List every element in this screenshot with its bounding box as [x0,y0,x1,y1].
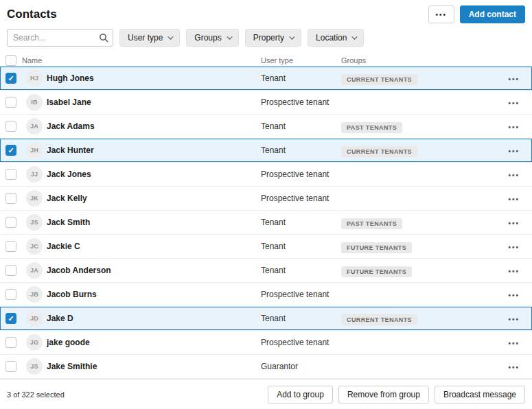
table-header: Name User type Groups [0,55,532,67]
row-checkbox[interactable] [5,337,16,348]
filter-property[interactable]: Property [245,29,301,47]
avatar: JH [26,142,43,159]
chevron-down-icon [227,34,232,39]
row-menu-button[interactable]: ••• [507,216,521,229]
row-menu-button[interactable]: ••• [507,144,521,157]
column-header-user-type: User type [261,56,341,65]
ellipsis-icon: ••• [508,124,520,131]
row-checkbox[interactable] [5,361,16,372]
avatar: JB [26,286,43,303]
table-row[interactable]: JH Jack Hunter Tenant CURRENT TENANTS ••… [0,139,532,163]
row-menu-button[interactable]: ••• [507,96,521,109]
contact-name: Jack Hunter [47,145,261,155]
page-title: Contacts [7,8,57,21]
row-checkbox[interactable] [5,265,16,276]
row-checkbox[interactable] [5,121,16,132]
contact-user-type: Prospective tenant [261,194,341,203]
row-menu-button[interactable]: ••• [507,312,521,325]
row-menu-button[interactable]: ••• [507,288,521,301]
ellipsis-icon: ••• [508,148,520,155]
avatar: JK [26,190,43,207]
contacts-table-body: HJ Hugh Jones Tenant CURRENT TENANTS •••… [0,67,532,379]
row-menu-button[interactable]: ••• [507,168,521,181]
ellipsis-icon: ••• [508,75,520,83]
footer-bar: 3 of 322 selected Add to groupRemove fro… [0,379,532,409]
row-menu-button[interactable]: ••• [507,240,521,253]
table-row[interactable]: JA Jacob Anderson Tenant FUTURE TENANTS … [0,259,532,283]
avatar: JA [26,118,43,135]
filter-buttons: User typeGroupsPropertyLocation [119,29,364,47]
table-row[interactable]: JB Jacob Burns Prospective tenant ••• [0,283,532,307]
avatar: JS [26,214,43,231]
table-row[interactable]: JA Jack Adams Tenant PAST TENANTS ••• [0,115,532,139]
contact-name: Jack Jones [47,170,261,179]
search-icon[interactable] [99,33,108,43]
row-checkbox[interactable] [5,97,16,108]
contact-user-type: Tenant [261,121,341,131]
ellipsis-icon: ••• [508,244,520,251]
contact-user-type: Guarantor [261,362,341,371]
group-badge: PAST TENANTS [341,218,402,229]
filter-location[interactable]: Location [308,29,364,47]
row-checkbox[interactable] [5,313,16,324]
filter-user-type[interactable]: User type [119,29,180,47]
table-row[interactable]: JC Jackie C Tenant FUTURE TENANTS ••• [0,235,532,259]
broadcast-message-button[interactable]: Broadcast message [435,386,525,404]
topbar-actions: ••• Add contact [428,5,525,23]
row-menu-button[interactable]: ••• [507,336,521,349]
table-row[interactable]: JS Jake Smithie Guarantor ••• [0,355,532,379]
contact-name: jake goode [47,338,261,347]
ellipsis-icon: ••• [508,172,520,179]
search-box [7,29,113,47]
row-menu-button[interactable]: ••• [507,72,521,85]
table-row[interactable]: JD Jake D Tenant CURRENT TENANTS ••• [0,307,532,331]
row-checkbox[interactable] [5,289,16,300]
row-menu-button[interactable]: ••• [507,192,521,205]
avatar: JC [26,238,43,255]
row-checkbox[interactable] [5,241,16,252]
contact-user-type: Prospective tenant [261,290,341,299]
contact-user-type: Tenant [261,242,341,251]
filter-label: User type [128,33,163,43]
contact-name: Jack Kelly [47,194,261,203]
row-menu-button[interactable]: ••• [507,360,521,373]
group-badge: FUTURE TENANTS [341,242,412,253]
contact-name: Jack Adams [47,121,261,131]
row-checkbox[interactable] [5,193,16,204]
row-menu-button[interactable]: ••• [507,120,521,133]
row-checkbox[interactable] [5,145,16,156]
row-checkbox[interactable] [5,73,16,84]
add-contact-button[interactable]: Add contact [460,5,525,23]
contact-user-type: Prospective tenant [261,97,341,107]
row-menu-button[interactable]: ••• [507,264,521,277]
ellipsis-icon: ••• [508,220,520,227]
avatar: HJ [26,70,43,86]
ellipsis-icon: ••• [508,196,520,203]
add-to-group-button[interactable]: Add to group [268,386,333,404]
ellipsis-icon: ••• [508,364,520,371]
avatar: JA [26,262,43,279]
more-actions-button[interactable]: ••• [428,5,454,23]
select-all-checkbox[interactable] [5,55,16,66]
chevron-down-icon [289,34,294,39]
table-row[interactable]: IB Isabel Jane Prospective tenant ••• [0,91,532,115]
table-row[interactable]: JK Jack Kelly Prospective tenant ••• [0,187,532,211]
top-bar: Contacts ••• Add contact [0,0,532,25]
filter-groups[interactable]: Groups [186,29,238,47]
table-row[interactable]: JJ Jack Jones Prospective tenant ••• [0,163,532,187]
contact-user-type: Tenant [261,73,341,83]
row-checkbox[interactable] [5,217,16,228]
contact-name: Jackie C [47,242,261,251]
table-row[interactable]: JS Jack Smith Tenant PAST TENANTS ••• [0,211,532,235]
table-row[interactable]: HJ Hugh Jones Tenant CURRENT TENANTS ••• [0,67,532,91]
group-badge: CURRENT TENANTS [341,74,417,85]
row-checkbox[interactable] [5,169,16,180]
avatar: IB [26,94,43,110]
search-input[interactable] [7,29,113,47]
column-header-name: Name [22,56,261,65]
contact-user-type: Prospective tenant [261,338,341,347]
remove-from-group-button[interactable]: Remove from group [338,386,429,404]
table-row[interactable]: JG jake goode Prospective tenant ••• [0,331,532,355]
contact-user-type: Tenant [261,218,341,227]
contact-name: Isabel Jane [47,97,261,107]
